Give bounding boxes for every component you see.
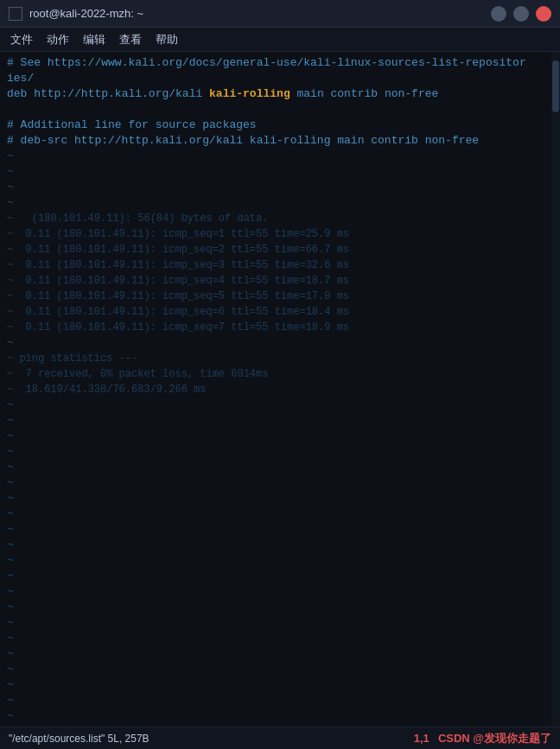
list-item: ~ — [7, 491, 544, 506]
list-item: ~ — [7, 600, 544, 615]
status-pos: 1,1 — [414, 732, 430, 745]
list-item: ~ ping statistics --- — [7, 351, 544, 366]
list-item: ~ — [7, 460, 544, 475]
maximize-button[interactable] — [513, 6, 529, 22]
list-item: ~ 0.11 (180.101.49.11): icmp_seq=4 ttl=5… — [7, 273, 544, 289]
list-item: ~ — [7, 537, 544, 553]
list-item: ~ 0.11 (180.101.49.11): icmp_seq=5 ttl=5… — [7, 289, 544, 304]
scrollbar[interactable] — [551, 52, 560, 727]
list-item: ~ — [7, 335, 544, 351]
minimize-button[interactable] — [491, 6, 506, 22]
titlebar-title: root@kali-2022-mzh: ~ — [29, 7, 143, 20]
editor-content[interactable]: # See https://www.kali.org/docs/general-… — [0, 52, 551, 727]
list-item: ~ — [7, 522, 544, 537]
list-item: ~ — [7, 693, 544, 708]
list-item: ~ — [7, 615, 544, 631]
list-item: ies/ — [7, 71, 544, 86]
terminal-icon — [9, 7, 22, 21]
list-item: ~ — [7, 631, 544, 646]
list-item: ~ — [7, 164, 544, 180]
list-item: ~ — [7, 708, 544, 724]
list-item: ~ — [7, 180, 544, 195]
menu-file[interactable]: 文件 — [3, 29, 40, 51]
list-item: ~ — [7, 428, 544, 444]
list-item: ~ — [7, 568, 544, 584]
menu-view[interactable]: 查看 — [112, 29, 149, 51]
list-item: ~ — [7, 677, 544, 693]
list-item: ~ — [7, 662, 544, 677]
list-item: # Additional line for source packages — [7, 117, 544, 133]
menu-action[interactable]: 动作 — [40, 29, 76, 51]
status-file-info: "/etc/apt/sources.list" 5L, 257B — [9, 733, 150, 745]
list-item: ~ — [7, 584, 544, 600]
list-item: ~ 0.11 (180.101.49.11): icmp_seq=6 ttl=5… — [7, 304, 544, 320]
list-item: ~ (180.101.49.11): 56(84) bytes of data. — [7, 211, 544, 226]
list-item: ~ — [7, 397, 544, 413]
list-item: ~ — [7, 444, 544, 460]
list-item: ~ — [7, 506, 544, 522]
list-item: ~ — [7, 195, 544, 211]
list-item: deb http://http.kali.org/kali kali-rolli… — [7, 86, 544, 102]
list-item: ~ — [7, 413, 544, 428]
list-item: # deb-src http://http.kali.org/kali kali… — [7, 133, 544, 149]
list-item: ~ 0.11 (180.101.49.11): icmp_seq=2 ttl=5… — [7, 242, 544, 257]
list-item — [7, 102, 544, 117]
list-item: ~ — [7, 475, 544, 491]
list-item: ~ 0.11 (180.101.49.11): icmp_seq=7 ttl=5… — [7, 320, 544, 335]
scrollbar-thumb[interactable] — [552, 60, 559, 112]
status-watermark: CSDN @发现你走题了 — [438, 732, 551, 745]
menu-edit[interactable]: 编辑 — [76, 29, 112, 51]
list-item: ~ — [7, 646, 544, 662]
close-button[interactable] — [536, 6, 551, 22]
list-item: ~ 0.11 (180.101.49.11): icmp_seq=1 ttl=5… — [7, 226, 544, 242]
list-item: ~ 18.619/41.338/76.683/9.266 ms — [7, 382, 544, 397]
list-item: # See https://www.kali.org/docs/general-… — [7, 55, 544, 71]
list-item: ~ 7 received, 0% packet loss, time 6014m… — [7, 366, 544, 382]
titlebar-left: root@kali-2022-mzh: ~ — [9, 7, 143, 21]
list-item: ~ — [7, 724, 544, 727]
menu-help[interactable]: 帮助 — [149, 29, 185, 51]
editor-area: # See https://www.kali.org/docs/general-… — [0, 52, 560, 727]
statusbar: "/etc/apt/sources.list" 5L, 257B 1,1 CSD… — [0, 727, 560, 749]
list-item: ~ — [7, 149, 544, 164]
titlebar: root@kali-2022-mzh: ~ — [0, 0, 560, 28]
list-item: ~ — [7, 553, 544, 568]
status-right: 1,1 CSDN @发现你走题了 — [414, 731, 551, 746]
titlebar-controls — [491, 6, 551, 22]
terminal-window: root@kali-2022-mzh: ~ 文件 动作 编辑 查看 帮助 # S… — [0, 0, 560, 749]
menubar: 文件 动作 编辑 查看 帮助 — [0, 28, 560, 52]
list-item: ~ 0.11 (180.101.49.11): icmp_seq=3 ttl=5… — [7, 257, 544, 273]
